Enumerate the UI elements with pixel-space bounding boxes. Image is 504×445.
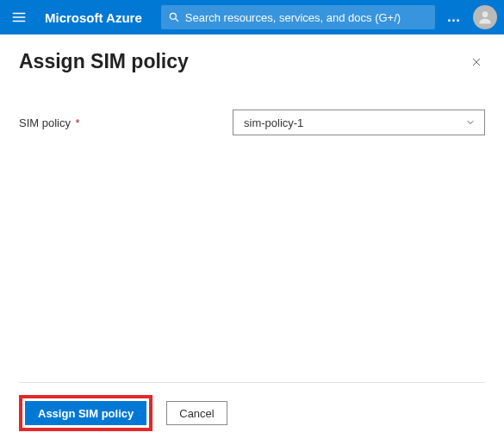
assign-sim-policy-panel: Assign SIM policy SIM policy * sim-polic… [0, 34, 504, 445]
sim-policy-selected-value: sim-policy-1 [244, 116, 303, 129]
brand-label: Microsoft Azure [45, 10, 142, 25]
required-indicator: * [76, 116, 80, 129]
form-row-sim-policy: SIM policy * sim-policy-1 [19, 110, 485, 135]
close-icon [470, 56, 482, 68]
assign-button-highlight: Assign SIM policy [19, 395, 152, 431]
panel-footer: Assign SIM policy Cancel [19, 382, 485, 445]
more-actions[interactable]: … [442, 9, 466, 25]
hamburger-icon [11, 9, 27, 25]
sim-policy-label-text: SIM policy [19, 116, 71, 129]
chevron-down-icon [465, 117, 476, 128]
svg-point-0 [170, 13, 176, 19]
cancel-button[interactable]: Cancel [166, 401, 227, 425]
search-input[interactable] [185, 11, 428, 24]
svg-point-1 [482, 11, 488, 17]
sim-policy-select[interactable]: sim-policy-1 [233, 110, 485, 135]
spacer [19, 135, 485, 382]
sim-policy-label: SIM policy * [19, 116, 233, 129]
panel-header: Assign SIM policy [19, 50, 485, 73]
avatar-icon [476, 9, 494, 26]
global-search[interactable] [161, 5, 435, 29]
account-avatar[interactable] [473, 5, 497, 29]
assign-sim-policy-button[interactable]: Assign SIM policy [25, 401, 146, 425]
close-button[interactable] [468, 53, 485, 71]
search-icon [168, 11, 180, 23]
panel-title: Assign SIM policy [19, 50, 189, 73]
hamburger-menu[interactable] [7, 5, 31, 29]
azure-topbar: Microsoft Azure … [0, 0, 504, 34]
